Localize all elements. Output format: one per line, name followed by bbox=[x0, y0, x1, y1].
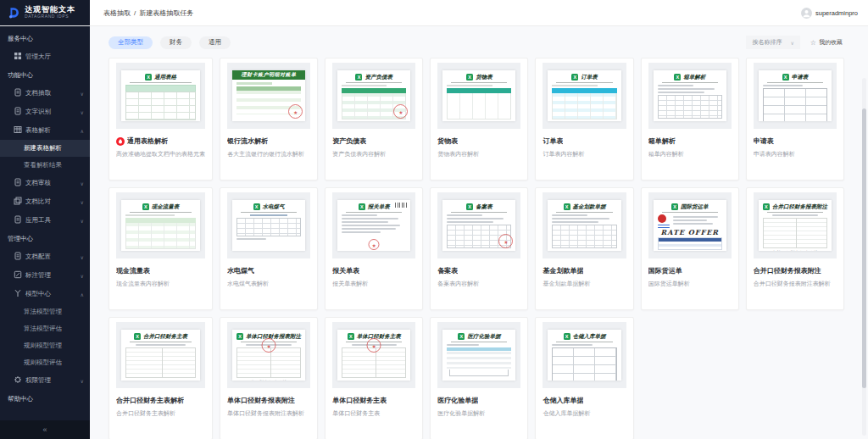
sidebar-item-label: 文档审核 bbox=[25, 179, 51, 187]
template-card[interactable]: X订单表 订单表 订单表内容解析 bbox=[535, 58, 633, 181]
sidebar-item[interactable]: 文档审核∨ bbox=[0, 174, 90, 192]
template-card[interactable]: X现金流量表 现金流量表 现金流量表内容解析 bbox=[108, 187, 213, 310]
template-card-title: 备案表 bbox=[437, 266, 458, 275]
chevron-up-icon: ∧ bbox=[81, 292, 84, 297]
template-thumbnail: X基金划款单据 bbox=[542, 192, 626, 258]
model-icon bbox=[14, 289, 22, 299]
sidebar-subitem[interactable]: 新建表格解析 bbox=[0, 140, 90, 157]
sidebar-item[interactable]: 标注管理∨ bbox=[0, 266, 90, 285]
template-card-title: 仓储入库单据 bbox=[542, 396, 583, 405]
sidebar-collapse-button[interactable]: « bbox=[0, 420, 90, 439]
thumbnail-page: X医疗化验单据 bbox=[442, 330, 515, 381]
top-bar: 达观智能文本 DATAGRAND IDPS 表格抽取 / 新建表格抽取任务 su… bbox=[0, 0, 868, 26]
logo-subtitle: DATAGRAND IDPS bbox=[25, 14, 75, 19]
thumbnail-decoration bbox=[658, 237, 722, 250]
sidebar-subitem[interactable]: 规则模型管理 bbox=[0, 337, 90, 354]
sidebar-subitem[interactable]: 算法模型评估 bbox=[0, 320, 90, 337]
thumbnail-page: X货物表 bbox=[442, 70, 515, 121]
thumbnail-decoration bbox=[447, 352, 511, 369]
thumbnail-decoration bbox=[552, 85, 597, 86]
sidebar-subitem[interactable]: 规则模型评估 bbox=[0, 354, 90, 371]
excel-icon: X bbox=[253, 203, 260, 210]
tab-finance[interactable]: 财务 bbox=[160, 36, 192, 49]
thumbnail-decoration bbox=[658, 92, 704, 93]
thumbnail-page: X合并口径财务主表 bbox=[121, 330, 200, 381]
sidebar-nav: 服务中心管理大厅功能中心文档抽取∨文字识别∨表格解析∧新建表格解析查看解析结果文… bbox=[0, 25, 90, 439]
template-card-subtitle: 报关单表解析 bbox=[332, 280, 415, 288]
my-favorites-button[interactable]: ☆ 我的收藏 bbox=[810, 38, 843, 47]
sidebar-item-label: 表格解析 bbox=[25, 126, 51, 135]
breadcrumb-parent[interactable]: 表格抽取 bbox=[103, 8, 131, 18]
template-card-subtitle: 备案表内容解析 bbox=[437, 280, 520, 288]
template-card[interactable]: X水电煤气 水电煤气 水电煤气表解析 bbox=[220, 187, 318, 310]
document-icon bbox=[14, 88, 22, 98]
content-scrollbar-thumb[interactable] bbox=[862, 108, 866, 388]
template-card[interactable]: X单体口径财务主表 单体口径财务主表 单体口径财务主表 bbox=[325, 317, 423, 439]
sidebar-item[interactable]: 文档比对∨ bbox=[0, 192, 90, 211]
template-card[interactable]: X箱单解析 箱单解析 箱单内容解析 bbox=[641, 58, 739, 181]
template-card-subtitle: 各大主流银行的银行流水解析 bbox=[227, 150, 310, 158]
template-thumbnail: X水电煤气 bbox=[227, 192, 310, 258]
template-card[interactable]: 理财卡账户明细对账单 银行流水解析 各大主流银行的银行流水解析 bbox=[220, 58, 318, 181]
template-card[interactable]: X医疗化验单据 医疗化验单据 医疗化验单据解析 bbox=[430, 317, 528, 439]
thumbnail-decoration bbox=[125, 223, 196, 249]
template-card[interactable]: X国际货运单RATE OFFER 国际货运单 国际货运单解析 bbox=[641, 187, 739, 310]
thumbnail-decoration bbox=[125, 347, 196, 378]
thumbnail-decoration bbox=[342, 214, 377, 216]
template-thumbnail: X合并口径财务报表附注合并口径财务报表附注 bbox=[754, 192, 837, 258]
template-card-subtitle: 仓储入库单据解析 bbox=[542, 409, 626, 418]
template-card[interactable]: X申请表 申请表 申请表内容解析 bbox=[746, 58, 844, 181]
sidebar-item[interactable]: 模型中心∧ bbox=[0, 285, 90, 303]
thumbnail-decoration: X合并口径财务主表 bbox=[125, 332, 196, 341]
red-stamp-icon bbox=[369, 239, 380, 250]
chevron-down-icon: ∨ bbox=[81, 273, 84, 279]
sidebar-section-label: 帮助中心 bbox=[0, 390, 90, 408]
red-stamp-icon bbox=[288, 104, 303, 119]
excel-icon: X bbox=[564, 333, 570, 340]
template-card-grid: X通用表格 通用表格解析 高效准确地提取文档中的表格元素 理财卡账户明细对账单 … bbox=[90, 58, 868, 439]
sidebar-item[interactable]: 文档配置∨ bbox=[0, 247, 90, 266]
document-icon bbox=[14, 215, 22, 225]
thumbnail-decoration: X箱单解析 bbox=[658, 73, 722, 81]
sort-dropdown[interactable]: 按名称排序 ∨ bbox=[746, 36, 799, 49]
tab-all-types[interactable]: 全部类型 bbox=[108, 36, 153, 49]
sidebar-item[interactable]: 表格解析∧ bbox=[0, 121, 90, 140]
sidebar-item[interactable]: 权限管理∨ bbox=[0, 371, 90, 390]
doc-title: 仓储入库单据 bbox=[573, 333, 606, 341]
thumbnail-decoration: X备案表 bbox=[447, 203, 511, 211]
thumbnail-page: 理财卡账户明细对账单 bbox=[232, 70, 305, 121]
template-card[interactable]: X通用表格 通用表格解析 高效准确地提取文档中的表格元素 bbox=[108, 58, 213, 181]
template-card[interactable]: X合并口径财务主表 合并口径财务主表解析 合并口径财务主表解析 bbox=[108, 317, 213, 439]
doc-title: 备案表 bbox=[476, 203, 492, 211]
user-menu[interactable]: superadminpro bbox=[801, 0, 858, 25]
tab-general[interactable]: 通用 bbox=[199, 36, 231, 49]
template-card[interactable]: X备案表 备案表 备案表内容解析 bbox=[430, 187, 528, 310]
template-card[interactable]: X基金划款单据 基金划款单据 基金划款单据解析 bbox=[535, 187, 633, 310]
template-card[interactable]: X合并口径财务报表附注合并口径财务报表附注 合并口径财务报表附注 合并口径财务报… bbox=[746, 187, 844, 310]
sidebar-item[interactable]: 应用工具∨ bbox=[0, 211, 90, 230]
thumbnail-decoration bbox=[763, 85, 803, 86]
sidebar-subitem[interactable]: 算法模型管理 bbox=[0, 303, 90, 320]
chevron-down-icon: ∨ bbox=[790, 40, 793, 46]
thumbnail-decoration: X国际货运单 bbox=[658, 203, 722, 211]
template-card[interactable]: X仓储入库单据 仓储入库单据 仓储入库单据解析 bbox=[535, 317, 633, 439]
template-card-subtitle: 订单表内容解析 bbox=[542, 150, 626, 158]
rate-offer-text: RATE OFFER bbox=[658, 229, 722, 236]
excel-icon: X bbox=[564, 203, 570, 210]
sidebar-item[interactable]: 管理大厅 bbox=[0, 47, 90, 66]
thumbnail-decoration bbox=[236, 82, 272, 85]
sidebar-item[interactable]: 文字识别∨ bbox=[0, 103, 90, 121]
sidebar-item[interactable]: 文档抽取∨ bbox=[0, 84, 90, 103]
thumbnail-decoration bbox=[767, 82, 823, 83]
thumbnail-decoration: X货物表 bbox=[447, 73, 511, 81]
thumbnail-page: X现金流量表 bbox=[121, 200, 200, 251]
thumbnail-decoration bbox=[447, 218, 504, 220]
username: superadminpro bbox=[815, 9, 858, 17]
sidebar-subitem[interactable]: 查看解析结果 bbox=[0, 157, 90, 174]
doc-title: 医疗化验单据 bbox=[467, 333, 500, 341]
template-card[interactable]: X单体口径财务报表附注公司财务报表附注 单体口径财务报表附注 单体口径财务报表附… bbox=[220, 317, 318, 439]
template-card[interactable]: X报关单表 报关单表 报关单表解析 bbox=[325, 187, 423, 310]
template-card[interactable]: X货物表 货物表 货物表内容解析 bbox=[430, 58, 528, 181]
template-thumbnail: X仓储入库单据 bbox=[542, 322, 626, 388]
template-card[interactable]: X资产负债表 资产负债表 资产负债表内容解析 bbox=[325, 58, 423, 181]
